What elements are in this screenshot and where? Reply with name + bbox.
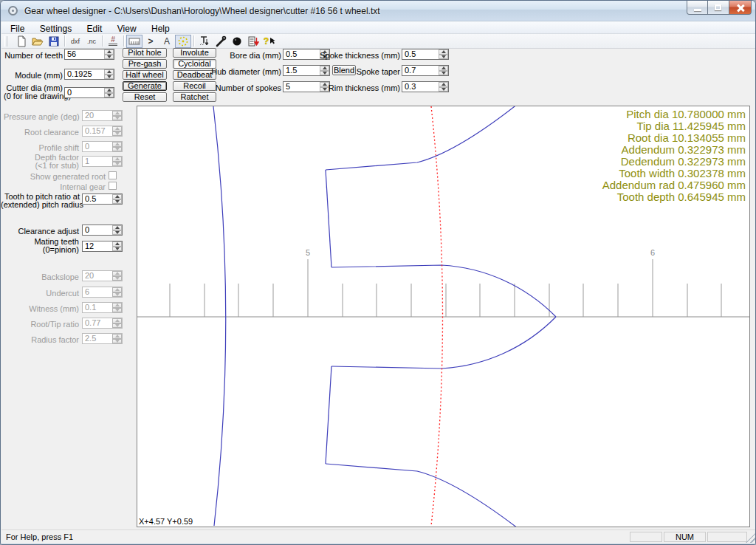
show-generated-root-checkbox bbox=[109, 171, 117, 179]
witness-label: Witness (mm) bbox=[4, 305, 79, 313]
half-wheel-button[interactable]: Half wheel bbox=[123, 70, 167, 80]
new-file-icon bbox=[16, 35, 27, 47]
ruler-label-6: 6 bbox=[650, 248, 655, 257]
profile-shift-spinner bbox=[112, 142, 122, 151]
reading-root-dia: Root dia 10.134055 mm bbox=[602, 132, 746, 144]
reading-tip-dia: Tip dia 11.425945 mm bbox=[602, 120, 746, 132]
wrench-button[interactable] bbox=[213, 35, 229, 48]
tooth-pitch-ratio-label2: (extended) pitch radius bbox=[1, 201, 80, 209]
ratchet-button[interactable]: Ratchet bbox=[173, 92, 216, 102]
radius-factor-label: Radius factor bbox=[4, 336, 79, 344]
teeth-label: Number of teeth bbox=[4, 52, 63, 60]
spoke-taper-input[interactable]: 0.7 bbox=[402, 66, 439, 75]
maximize-button[interactable] bbox=[708, 1, 729, 15]
reset-button[interactable]: Reset bbox=[123, 92, 167, 102]
context-help-button[interactable]: ? bbox=[261, 35, 278, 48]
toolbar: dxf .nc # > A bbox=[1, 34, 756, 49]
spoke-count-input[interactable]: 5 bbox=[284, 82, 320, 92]
witness-spinner bbox=[112, 303, 122, 312]
bore-dia-label: Bore dia (mm) bbox=[215, 52, 281, 60]
clearance-adjust-label: Clearance adjust bbox=[4, 227, 79, 236]
app-icon bbox=[8, 6, 18, 16]
clearance-adjust-input[interactable]: 0 bbox=[83, 225, 112, 235]
backslope-label: Backslope bbox=[4, 273, 79, 281]
backslope-field: 20 bbox=[82, 270, 123, 281]
open-file-button[interactable] bbox=[30, 35, 46, 48]
spoke-taper-spinner[interactable] bbox=[439, 66, 448, 75]
module-spinner[interactable] bbox=[104, 69, 114, 79]
spoke-thickness-spinner[interactable] bbox=[439, 49, 448, 59]
witness-input: 0.1 bbox=[83, 303, 112, 312]
nc-icon: .nc bbox=[87, 38, 96, 45]
open-folder-icon bbox=[32, 35, 44, 47]
tap-drill-button[interactable] bbox=[196, 35, 213, 48]
pressure-angle-spinner bbox=[112, 111, 122, 120]
hub-diameter-input[interactable]: 1.5 bbox=[284, 66, 320, 75]
fill-circle-button[interactable] bbox=[229, 35, 245, 48]
window-title: Gear wheel designer - C:\Users\Dushan\Ho… bbox=[24, 6, 380, 16]
sun-wheel-toggle-button[interactable] bbox=[175, 35, 191, 48]
export-list-button[interactable] bbox=[245, 35, 261, 48]
menu-bar: File Settings Edit View Help bbox=[1, 21, 756, 34]
spoke-thickness-field: 0.5 bbox=[402, 49, 449, 60]
pre-gash-button[interactable]: Pre-gash bbox=[123, 59, 167, 69]
ruler-toggle-button[interactable] bbox=[126, 35, 142, 48]
sun-icon bbox=[177, 35, 189, 47]
pilot-hole-button[interactable]: Pilot hole bbox=[123, 48, 167, 58]
root-tip-ratio-spinner bbox=[112, 318, 122, 328]
wrench-icon bbox=[215, 35, 227, 47]
rim-thickness-spinner[interactable] bbox=[439, 82, 448, 92]
spoke-thickness-input[interactable]: 0.5 bbox=[402, 49, 439, 59]
spoke-taper-label: Spoke taper bbox=[318, 68, 400, 76]
teeth-spinner[interactable] bbox=[104, 49, 114, 59]
module-input[interactable]: 0.1925 bbox=[65, 69, 104, 79]
root-tip-ratio-field: 0.77 bbox=[82, 318, 123, 329]
involute-button[interactable]: Involute bbox=[173, 48, 216, 58]
clearance-adjust-field: 0 bbox=[82, 224, 123, 236]
rim-thickness-input[interactable]: 0.3 bbox=[402, 82, 439, 92]
cutter-dia-label2: (0 for line drawing) bbox=[4, 92, 63, 100]
radius-factor-field: 2.5 bbox=[82, 333, 123, 344]
mating-teeth-spinner[interactable] bbox=[112, 241, 122, 251]
mating-teeth-field: 12 bbox=[82, 241, 123, 252]
cutter-dia-field: 0 bbox=[64, 87, 114, 98]
new-file-button[interactable] bbox=[13, 35, 30, 48]
cursor-position-readout: X+4.57 Y+0.59 bbox=[139, 517, 193, 526]
reading-addendum: Addendum 0.322973 mm bbox=[602, 144, 746, 156]
status-pane-num: NUM bbox=[664, 532, 706, 542]
depth-factor-field: 1 bbox=[82, 156, 123, 167]
module-field: 0.1925 bbox=[64, 69, 114, 80]
greater-icon: > bbox=[148, 36, 153, 47]
hub-diameter-label: Hub diameter (mm) bbox=[207, 68, 281, 76]
minimize-button[interactable] bbox=[687, 1, 708, 15]
app-window: Gear wheel designer - C:\Users\Dushan\Ho… bbox=[0, 0, 756, 545]
toolbar-separator bbox=[102, 35, 103, 47]
clearance-adjust-spinner[interactable] bbox=[112, 225, 122, 235]
dimension-button[interactable]: # bbox=[105, 35, 121, 48]
mating-teeth-input[interactable]: 12 bbox=[83, 241, 112, 251]
toolbar-separator bbox=[123, 35, 124, 47]
cutter-dia-input[interactable]: 0 bbox=[65, 88, 104, 97]
generate-button[interactable]: Generate bbox=[123, 81, 167, 91]
status-pane-scrl bbox=[707, 532, 747, 542]
drawing-canvas[interactable]: 5 6 Pitch dia 10.780000 mm Tip dia 11.42… bbox=[137, 106, 750, 527]
depth-factor-input: 1 bbox=[83, 157, 112, 166]
close-button[interactable] bbox=[729, 1, 752, 15]
save-button[interactable] bbox=[46, 35, 62, 48]
title-bar[interactable]: Gear wheel designer - C:\Users\Dushan\Ho… bbox=[1, 1, 755, 21]
pressure-angle-label: Pressure angle (deg) bbox=[4, 113, 79, 121]
tooth-pitch-ratio-spinner[interactable] bbox=[112, 194, 122, 204]
teeth-input[interactable]: 56 bbox=[65, 49, 104, 59]
backslope-spinner bbox=[112, 271, 122, 281]
text-button[interactable]: A bbox=[159, 35, 175, 48]
cutter-dia-spinner[interactable] bbox=[104, 88, 114, 97]
status-bar: For Help, press F1 NUM bbox=[1, 529, 756, 544]
tooth-pitch-ratio-input[interactable]: 0.5 bbox=[83, 194, 112, 204]
show-generated-root-label: Show generated root bbox=[4, 173, 106, 181]
export-dxf-button[interactable]: dxf bbox=[67, 35, 83, 48]
export-nc-button[interactable]: .nc bbox=[83, 35, 100, 48]
toolbar-grip[interactable] bbox=[4, 36, 7, 47]
root-clearance-label: Root clearance bbox=[4, 128, 79, 137]
bore-dia-input[interactable]: 0.5 bbox=[284, 49, 320, 59]
angle-button[interactable]: > bbox=[142, 35, 159, 48]
